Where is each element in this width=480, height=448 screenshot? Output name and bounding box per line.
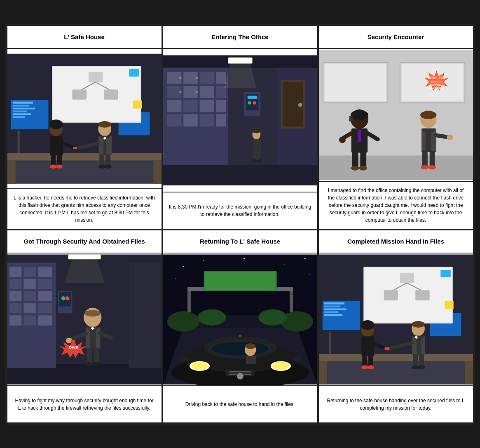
svg-rect-12: [12, 113, 30, 115]
panel-4-title: Got Through Security And Obtained Files: [7, 230, 162, 253]
panel-3-caption: I managed to find the office containing …: [319, 181, 473, 229]
svg-rect-239: [361, 336, 374, 356]
panel-3-title: Security Encounter: [319, 26, 473, 49]
svg-point-80: [253, 101, 256, 104]
svg-rect-60: [167, 100, 181, 112]
svg-rect-170: [71, 340, 75, 342]
svg-rect-233: [384, 290, 398, 300]
svg-marker-41: [98, 136, 103, 155]
svg-rect-54: [199, 71, 213, 84]
panel-2-caption: It is 8:30 PM I'm ready for the mission.…: [163, 192, 317, 229]
svg-point-254: [418, 365, 425, 369]
svg-point-194: [191, 362, 207, 370]
svg-rect-234: [415, 290, 429, 300]
svg-rect-8: [12, 101, 33, 103]
storyboard: L' Safe House: [5, 24, 475, 425]
svg-rect-230: [400, 272, 414, 283]
svg-rect-140: [23, 291, 36, 301]
svg-rect-213: [319, 361, 327, 384]
svg-rect-69: [195, 77, 197, 79]
svg-rect-221: [324, 311, 338, 313]
svg-point-206: [284, 264, 285, 265]
svg-rect-138: [37, 279, 52, 289]
panel-6: Completed Mission Hand In Files: [318, 230, 474, 423]
svg-rect-214: [465, 361, 473, 384]
svg-rect-113: [360, 152, 366, 168]
svg-point-75: [298, 103, 302, 107]
svg-rect-58: [199, 86, 213, 98]
svg-rect-143: [23, 303, 36, 313]
panel-5-image: [163, 253, 317, 385]
svg-rect-11: [12, 110, 26, 112]
svg-rect-30: [50, 136, 63, 155]
svg-rect-149: [59, 292, 71, 306]
svg-rect-191: [246, 356, 256, 364]
svg-rect-2: [7, 153, 162, 160]
svg-rect-164: [94, 348, 99, 363]
svg-point-195: [272, 362, 288, 370]
svg-point-115: [359, 166, 367, 171]
svg-rect-81: [228, 57, 252, 63]
svg-rect-71: [195, 91, 197, 93]
svg-rect-61: [183, 100, 197, 112]
svg-point-117: [420, 111, 436, 119]
svg-point-205: [244, 258, 245, 259]
svg-rect-197: [229, 371, 251, 371]
svg-rect-144: [37, 303, 52, 313]
svg-rect-13: [12, 116, 25, 118]
svg-rect-56: [167, 86, 181, 98]
panel-3: Security Encounter HEY!!... YOU ARE NOT: [318, 25, 474, 230]
panel-6-caption: Returning to the safe house handing over…: [319, 385, 473, 422]
panel-6-image: [319, 253, 473, 385]
svg-rect-201: [179, 357, 187, 361]
svg-rect-27: [133, 100, 142, 108]
svg-rect-26: [129, 69, 139, 76]
svg-marker-121: [431, 128, 436, 152]
svg-rect-212: [319, 354, 473, 361]
panel-2-title: Entering The Office: [163, 26, 317, 49]
panel-5-title: Returning To L' Safe House: [163, 230, 317, 253]
panel-2-image: [163, 49, 317, 192]
svg-rect-137: [23, 279, 36, 289]
svg-point-156: [84, 310, 101, 317]
svg-rect-64: [167, 114, 181, 127]
svg-point-200: [237, 373, 244, 379]
svg-point-242: [361, 365, 368, 369]
svg-rect-142: [9, 303, 21, 313]
panel-2: Entering The Office: [162, 25, 318, 230]
svg-point-182: [197, 309, 226, 325]
svg-rect-67: [215, 114, 226, 127]
svg-rect-63: [215, 100, 226, 112]
svg-rect-135: [37, 267, 52, 277]
svg-point-246: [412, 321, 424, 327]
svg-rect-141: [37, 291, 52, 301]
panel-5-caption: Driving back to the safe house to hand i…: [163, 385, 317, 422]
svg-rect-112: [352, 152, 358, 168]
svg-point-243: [368, 365, 374, 369]
svg-rect-70: [179, 91, 181, 93]
svg-rect-96: [325, 64, 386, 101]
svg-point-38: [98, 121, 111, 127]
svg-point-84: [252, 128, 260, 133]
svg-point-34: [56, 164, 63, 169]
svg-point-166: [92, 362, 100, 366]
svg-point-79: [248, 101, 251, 104]
svg-rect-65: [183, 114, 197, 127]
svg-point-123: [447, 134, 453, 140]
svg-rect-52: [167, 71, 181, 84]
svg-rect-134: [23, 267, 36, 277]
svg-rect-133: [9, 267, 21, 277]
svg-rect-85: [253, 139, 261, 153]
svg-rect-236: [445, 301, 454, 309]
svg-rect-202: [293, 357, 301, 361]
svg-rect-10: [12, 108, 35, 109]
svg-text:ARE NOT: ARE NOT: [431, 80, 442, 83]
panel-4-image: OW!!: [7, 253, 162, 385]
svg-rect-50: [163, 165, 317, 185]
svg-rect-24: [72, 89, 86, 100]
svg-rect-9: [12, 105, 28, 106]
panel-4-caption: Having to fight my way through security …: [7, 385, 162, 422]
svg-rect-163: [86, 348, 91, 363]
svg-rect-53: [183, 71, 197, 84]
panel-1-caption: L is a hacker, he needs me to retrieve c…: [7, 188, 162, 229]
